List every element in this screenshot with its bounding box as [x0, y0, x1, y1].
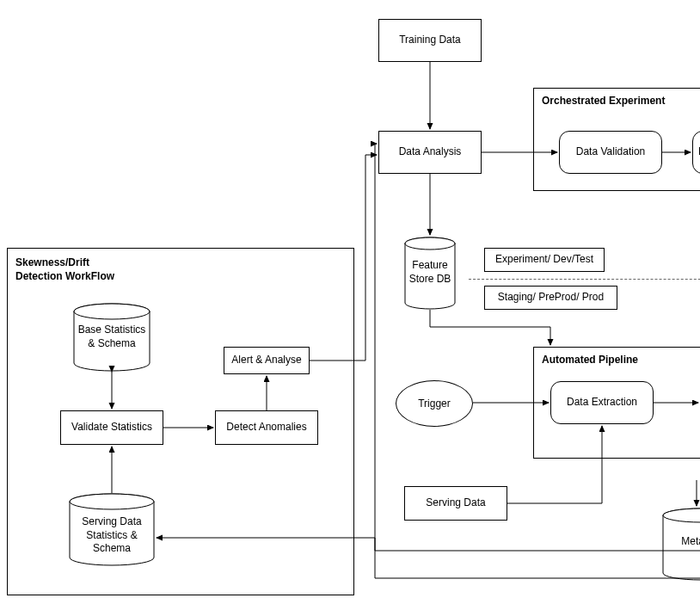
drift-workflow-title: Skewness/Drift Detection WorkFlow: [15, 256, 114, 283]
data-prep-partial-box: D: [692, 131, 700, 174]
detect-anomalies-box: Detect Anomalies: [215, 410, 318, 445]
svg-point-3: [70, 494, 154, 509]
svg-point-1: [74, 304, 150, 319]
data-validation-box: Data Validation: [559, 131, 662, 174]
env-prod-label: Staging/ PreProd/ Prod: [484, 286, 617, 310]
feature-store-cylinder: Feature Store DB: [404, 237, 456, 310]
automated-pipeline-title: Automated Pipeline: [542, 354, 638, 367]
serving-stats-cylinder: Serving Data Statistics & Schema: [69, 493, 155, 566]
meta-data-cylinder: Meta Da: [662, 508, 700, 581]
training-data-box: Training Data: [378, 19, 482, 62]
svg-point-5: [405, 237, 455, 250]
env-divider: [469, 279, 700, 280]
serving-data-box: Serving Data: [404, 486, 507, 521]
trigger-node: Trigger: [396, 380, 473, 427]
orchestrated-experiment-title: Orchestrated Experiment: [542, 95, 665, 108]
serving-stats-label: Serving Data Statistics & Schema: [69, 515, 155, 556]
base-stats-cylinder: Base Statistics & Schema: [73, 303, 150, 372]
data-analysis-box: Data Analysis: [378, 131, 482, 174]
env-dev-label: Experiment/ Dev/Test: [484, 248, 605, 272]
meta-data-label: Meta Da: [662, 535, 700, 549]
validate-statistics-box: Validate Statistics: [60, 410, 163, 445]
data-extraction-box: Data Extraction: [550, 381, 654, 424]
base-stats-label: Base Statistics & Schema: [73, 324, 150, 350]
alert-analyse-box: Alert & Analyse: [224, 347, 310, 374]
feature-store-label: Feature Store DB: [404, 259, 456, 286]
